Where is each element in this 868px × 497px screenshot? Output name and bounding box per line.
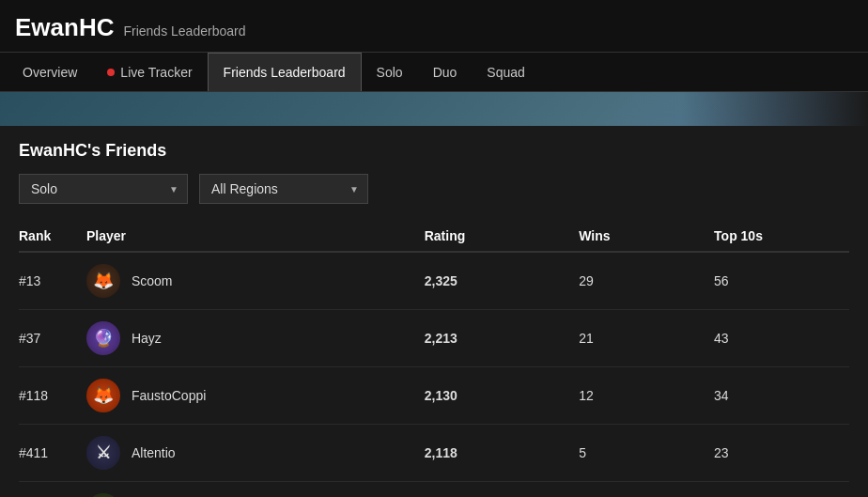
rank-cell: #37 xyxy=(19,310,86,367)
nav-item-friends-leaderboard[interactable]: Friends Leaderboard xyxy=(208,53,362,91)
region-filter[interactable]: All Regions NA EU AS xyxy=(199,174,368,204)
top10-cell: 28 xyxy=(714,482,849,498)
player-avatar: 🦊 xyxy=(86,379,120,412)
top10-cell: 23 xyxy=(714,425,849,482)
wins-cell: 21 xyxy=(579,310,714,367)
header-subtitle: Friends Leaderboard xyxy=(123,23,245,39)
nav-item-squad[interactable]: Squad xyxy=(472,53,539,91)
rating-cell: 2,213 xyxy=(425,310,579,367)
rank-cell: #4,310 xyxy=(19,482,86,498)
mode-filter-wrapper[interactable]: Solo Duo Squad xyxy=(19,174,188,204)
nav-item-duo[interactable]: Duo xyxy=(418,53,473,91)
rating-cell: 1,924 xyxy=(425,482,579,498)
top10-cell: 34 xyxy=(714,367,849,425)
rank-cell: #411 xyxy=(19,425,86,482)
leaderboard-table: Rank Player Rating Wins Top 10s #13🦊Scoo… xyxy=(19,221,849,497)
player-cell-container: 🦊Scoom xyxy=(86,252,425,310)
nav-label-duo: Duo xyxy=(433,65,457,80)
nav-item-solo[interactable]: Solo xyxy=(362,53,418,91)
header: EwanHC Friends Leaderboard xyxy=(0,0,868,53)
wins-cell: 5 xyxy=(579,425,714,482)
nav-label-friends-leaderboard: Friends Leaderboard xyxy=(224,65,346,80)
nav-label-live-tracker: Live Tracker xyxy=(120,65,192,80)
player-cell-container: ⚔Altentio xyxy=(86,425,425,482)
nav-item-overview[interactable]: Overview xyxy=(8,53,92,91)
player-cell-container: 🔮Hayz xyxy=(86,310,425,367)
col-header-top10s: Top 10s xyxy=(714,221,849,252)
rating-cell: 2,130 xyxy=(425,367,579,425)
nav-label-solo: Solo xyxy=(377,65,403,80)
header-username: EwanHC xyxy=(15,13,114,42)
table-row[interactable]: #13🦊Scoom2,3252956 xyxy=(19,252,849,310)
rank-cell: #13 xyxy=(19,252,86,310)
player-cell-container: 🦊FaustoCoppi xyxy=(86,367,425,425)
col-header-player: Player xyxy=(86,221,425,252)
player-name: Altentio xyxy=(132,445,176,460)
table-row[interactable]: #4,310🌿iMCMV1,924628 xyxy=(19,482,849,498)
player-cell-container: 🌿iMCMV xyxy=(86,482,425,498)
player-avatar: ⚔ xyxy=(86,436,120,470)
wins-cell: 29 xyxy=(579,252,714,310)
nav-label-overview: Overview xyxy=(23,65,77,80)
top10-cell: 56 xyxy=(714,252,849,310)
player-avatar: 🔮 xyxy=(86,321,120,355)
player-avatar: 🦊 xyxy=(86,264,120,298)
top10-cell: 43 xyxy=(714,310,849,367)
player-name: Hayz xyxy=(132,331,162,346)
nav-item-live-tracker[interactable]: Live Tracker xyxy=(92,53,207,91)
rank-cell: #118 xyxy=(19,367,86,425)
col-header-rating: Rating xyxy=(425,221,579,252)
player-name: Scoom xyxy=(132,273,173,288)
table-row[interactable]: #118🦊FaustoCoppi2,1301234 xyxy=(19,367,849,425)
live-indicator-dot xyxy=(107,69,115,76)
wins-cell: 12 xyxy=(579,367,714,425)
nav-label-squad: Squad xyxy=(487,65,524,80)
table-row[interactable]: #411⚔Altentio2,118523 xyxy=(19,425,849,482)
col-header-wins: Wins xyxy=(579,221,714,252)
rating-cell: 2,118 xyxy=(425,425,579,482)
nav-bar: Overview Live Tracker Friends Leaderboar… xyxy=(0,53,868,92)
mode-filter[interactable]: Solo Duo Squad xyxy=(19,174,188,204)
banner-strip xyxy=(0,92,868,126)
wins-cell: 6 xyxy=(579,482,714,498)
rating-cell: 2,325 xyxy=(425,252,579,310)
player-name: FaustoCoppi xyxy=(132,388,206,403)
player-avatar: 🌿 xyxy=(86,493,120,497)
col-header-rank: Rank xyxy=(19,221,86,252)
table-row[interactable]: #37🔮Hayz2,2132143 xyxy=(19,310,849,367)
table-header-row: Rank Player Rating Wins Top 10s xyxy=(19,221,849,252)
region-filter-wrapper[interactable]: All Regions NA EU AS xyxy=(199,174,368,204)
section-title: EwanHC's Friends xyxy=(19,141,849,161)
